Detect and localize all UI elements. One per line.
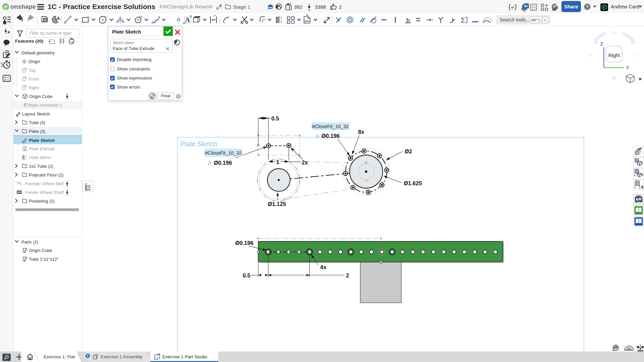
- svg-text:fx: fx: [316, 133, 320, 139]
- svg-text:?: ?: [177, 95, 180, 99]
- svg-text:Plate Sketch: Plate Sketch: [181, 140, 217, 148]
- svg-text:fx: fx: [208, 160, 212, 165]
- svg-text:Search tools...: Search tools...: [500, 17, 530, 22]
- svg-text:8x: 8x: [358, 129, 364, 135]
- svg-text:Z: Z: [600, 41, 603, 47]
- svg-text:Ø2: Ø2: [405, 148, 412, 154]
- svg-text:2x: 2x: [302, 159, 308, 165]
- svg-text:#CloseFit_10_32: #CloseFit_10_32: [205, 150, 242, 156]
- svg-text:Ø0.196: Ø0.196: [214, 160, 232, 166]
- svg-text:0.5: 0.5: [271, 115, 279, 121]
- svg-text:A: A: [185, 16, 190, 23]
- svg-text:#CloseFit_10_32: #CloseFit_10_32: [312, 124, 349, 129]
- svg-text:Ø0.196: Ø0.196: [321, 133, 340, 139]
- svg-text:0.5: 0.5: [243, 272, 250, 278]
- svg-text:4x: 4x: [320, 264, 327, 270]
- svg-text:9+: 9+: [524, 4, 529, 8]
- svg-text:Ø1.125: Ø1.125: [268, 201, 286, 207]
- svg-text:DXF: DXF: [305, 20, 310, 22]
- svg-text:): ): [642, 185, 643, 189]
- svg-text:?: ?: [586, 4, 589, 9]
- svg-text:1: 1: [276, 159, 279, 165]
- svg-text:2: 2: [346, 272, 349, 278]
- svg-text:Ø0.196: Ø0.196: [235, 240, 253, 246]
- svg-text:c: c: [544, 18, 546, 22]
- svg-text:Σ: Σ: [461, 16, 465, 24]
- svg-text:Right: Right: [608, 53, 620, 58]
- svg-text:alt/⌥: alt/⌥: [531, 18, 540, 22]
- svg-text:Y: Y: [626, 65, 629, 70]
- svg-text:(: (: [639, 185, 640, 189]
- svg-text:Ø1.625: Ø1.625: [404, 180, 422, 186]
